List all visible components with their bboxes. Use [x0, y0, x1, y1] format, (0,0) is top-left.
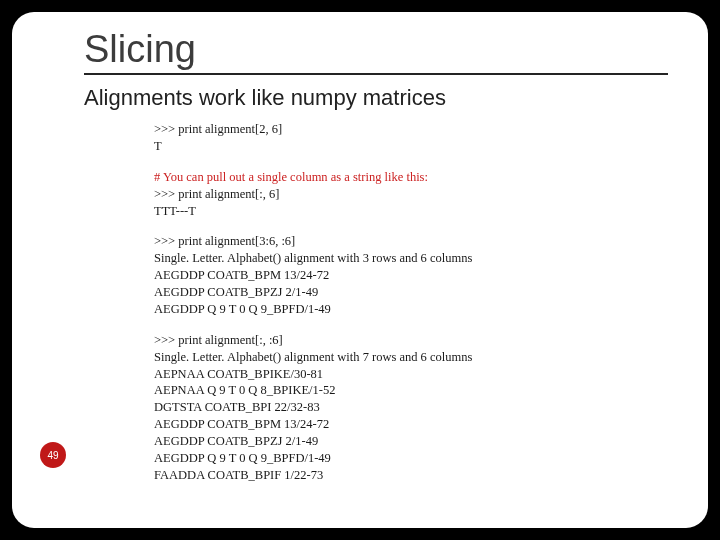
- code-area: >>> print alignment[2, 6] T # You can pu…: [154, 121, 668, 484]
- code-line: T: [154, 138, 668, 155]
- code-line: >>> print alignment[:, 6]: [154, 186, 668, 203]
- code-line: AEPNAA Q 9 T 0 Q 8_BPIKE/1-52: [154, 382, 668, 399]
- code-comment: # You can pull out a single column as a …: [154, 169, 668, 186]
- code-line: >>> print alignment[2, 6]: [154, 121, 668, 138]
- code-line: AEGDDP Q 9 T 0 Q 9_BPFD/1-49: [154, 301, 668, 318]
- code-line: TTT---T: [154, 203, 668, 220]
- slide-subtitle: Alignments work like numpy matrices: [84, 85, 668, 111]
- code-line: DGTSTA COATB_BPI 22/32-83: [154, 399, 668, 416]
- code-line: >>> print alignment[3:6, :6]: [154, 233, 668, 250]
- code-line: AEGDDP Q 9 T 0 Q 9_BPFD/1-49: [154, 450, 668, 467]
- code-line: AEGDDP COATB_BPZJ 2/1-49: [154, 433, 668, 450]
- code-line: AEGDDP COATB_BPM 13/24-72: [154, 416, 668, 433]
- page-number-badge: 49: [40, 442, 66, 468]
- code-line: Single. Letter. Alphabet() alignment wit…: [154, 250, 668, 267]
- title-rule: [84, 73, 668, 75]
- code-block-2: # You can pull out a single column as a …: [154, 169, 668, 220]
- code-block-3: >>> print alignment[3:6, :6] Single. Let…: [154, 233, 668, 317]
- slide-title: Slicing: [84, 28, 668, 71]
- code-block-1: >>> print alignment[2, 6] T: [154, 121, 668, 155]
- code-line: FAADDA COATB_BPIF 1/22-73: [154, 467, 668, 484]
- code-line: Single. Letter. Alphabet() alignment wit…: [154, 349, 668, 366]
- code-line: AEGDDP COATB_BPZJ 2/1-49: [154, 284, 668, 301]
- code-line: >>> print alignment[:, :6]: [154, 332, 668, 349]
- code-line: AEGDDP COATB_BPM 13/24-72: [154, 267, 668, 284]
- code-line: AEPNAA COATB_BPIKE/30-81: [154, 366, 668, 383]
- code-block-4: >>> print alignment[:, :6] Single. Lette…: [154, 332, 668, 484]
- slide: Slicing Alignments work like numpy matri…: [12, 12, 708, 528]
